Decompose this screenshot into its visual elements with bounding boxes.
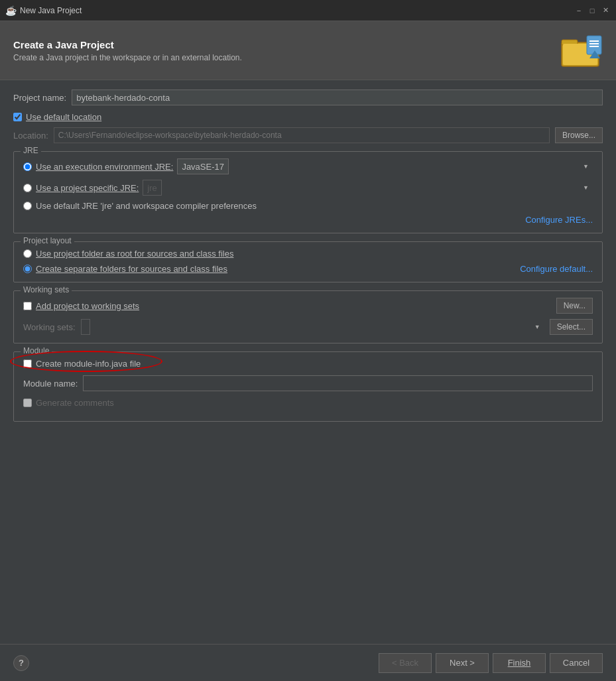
close-button[interactable]: ✕ (600, 5, 611, 16)
module-section-title: Module (21, 346, 52, 355)
jre-env-label: Use an execution environment JRE: (36, 162, 173, 172)
jre-project-radio[interactable] (23, 184, 32, 192)
jre-default-radio[interactable] (23, 202, 32, 210)
layout-root-radio[interactable] (23, 249, 32, 258)
title-bar-controls: − □ ✕ (574, 5, 611, 16)
module-name-row: Module name: (23, 375, 593, 391)
add-working-sets-label: Add project to working sets (36, 301, 139, 311)
generate-comments-row: Generate comments (23, 398, 593, 408)
cancel-button[interactable]: Cancel (550, 653, 603, 673)
jre-configure-row: Configure JREs... (23, 215, 593, 225)
project-name-input[interactable] (72, 90, 603, 105)
project-name-row: Project name: (13, 90, 603, 105)
working-sets-label: Working sets: (23, 322, 76, 332)
location-row: Location: Browse... (13, 127, 603, 143)
generate-comments-checkbox[interactable] (23, 399, 32, 407)
browse-button[interactable]: Browse... (555, 127, 603, 143)
jre-project-dropdown[interactable]: jre (143, 180, 162, 196)
dialog-title: Create a Java Project (13, 39, 242, 50)
folder-icon (560, 31, 603, 70)
app-icon: ☕ (5, 5, 16, 16)
configure-default-link[interactable]: Configure default... (520, 264, 593, 274)
dialog-subtitle: Create a Java project in the workspace o… (13, 53, 242, 62)
project-layout-section: Project layout Use project folder as roo… (13, 241, 603, 282)
use-default-location-label: Use default location (26, 112, 101, 122)
finish-button[interactable]: Finish (493, 653, 546, 673)
minimize-button[interactable]: − (574, 5, 584, 16)
project-layout-title: Project layout (21, 236, 74, 245)
layout-option1-row: Use project folder as root for sources a… (23, 249, 593, 259)
layout-root-label: Use project folder as root for sources a… (36, 249, 233, 259)
jre-env-dropdown-wrapper: JavaSE-17 JavaSE-11 JavaSE-8 (177, 158, 593, 174)
footer-right: < Back Next > Finish Cancel (379, 653, 603, 673)
layout-option2-inner: Create separate folders for sources and … (23, 264, 227, 274)
location-label: Location: (13, 131, 48, 141)
new-working-set-button[interactable]: New... (556, 298, 593, 314)
jre-option3-row: Use default JRE 'jre' and workspace comp… (23, 201, 593, 211)
module-section: Module Create module-info.java file Modu… (13, 351, 603, 422)
create-module-row: Create module-info.java file (23, 359, 593, 369)
module-name-label: Module name: (23, 379, 78, 389)
add-working-sets-checkbox[interactable] (23, 302, 32, 310)
create-module-checkbox[interactable] (23, 359, 32, 368)
location-input[interactable] (54, 127, 550, 143)
jre-project-label: Use a project specific JRE: (36, 183, 139, 193)
working-sets-section: Working sets Add project to working sets… (13, 290, 603, 343)
footer-left: ? (13, 655, 379, 671)
use-default-location-checkbox[interactable] (13, 113, 22, 121)
working-sets-dropdown-wrapper (81, 319, 544, 335)
jre-option1-row: Use an execution environment JRE: JavaSE… (23, 158, 593, 174)
jre-env-dropdown[interactable]: JavaSE-17 JavaSE-11 JavaSE-8 (177, 158, 229, 174)
working-sets-input-row: Working sets: Select... (23, 319, 593, 335)
jre-option2-row: Use a project specific JRE: jre (23, 180, 593, 196)
maximize-button[interactable]: □ (587, 5, 597, 16)
jre-project-dropdown-wrapper: jre (143, 180, 593, 196)
add-working-sets-row: Add project to working sets (23, 301, 139, 311)
jre-section: JRE Use an execution environment JRE: Ja… (13, 151, 603, 233)
layout-folders-label: Create separate folders for sources and … (36, 264, 227, 274)
layout-folders-radio[interactable] (23, 265, 32, 273)
jre-env-radio[interactable] (23, 162, 32, 171)
create-module-label: Create module-info.java file (36, 359, 141, 369)
back-button[interactable]: < Back (379, 653, 432, 673)
working-sets-dropdown[interactable] (81, 319, 90, 335)
next-button[interactable]: Next > (436, 653, 489, 673)
help-button[interactable]: ? (13, 655, 29, 671)
working-sets-title: Working sets (21, 285, 72, 294)
jre-default-label: Use default JRE 'jre' and workspace comp… (36, 201, 257, 211)
dialog-footer: ? < Back Next > Finish Cancel (0, 644, 616, 681)
generate-comments-label: Generate comments (36, 398, 114, 408)
select-working-sets-button[interactable]: Select... (550, 319, 593, 335)
default-location-row: Use default location (13, 112, 603, 122)
title-bar: ☕ New Java Project − □ ✕ (0, 0, 616, 21)
jre-section-title: JRE (21, 146, 41, 155)
configure-jres-link[interactable]: Configure JREs... (525, 215, 593, 225)
layout-option2-row: Create separate folders for sources and … (23, 264, 593, 274)
title-bar-text: New Java Project (20, 6, 570, 15)
working-sets-checkbox-row: Add project to working sets New... (23, 298, 593, 314)
project-name-label: Project name: (13, 93, 66, 103)
module-name-input[interactable] (83, 375, 593, 391)
dialog-header: Create a Java Project Create a Java proj… (0, 21, 616, 80)
header-text: Create a Java Project Create a Java proj… (13, 39, 242, 62)
dialog-content: Project name: Use default location Locat… (0, 80, 616, 643)
